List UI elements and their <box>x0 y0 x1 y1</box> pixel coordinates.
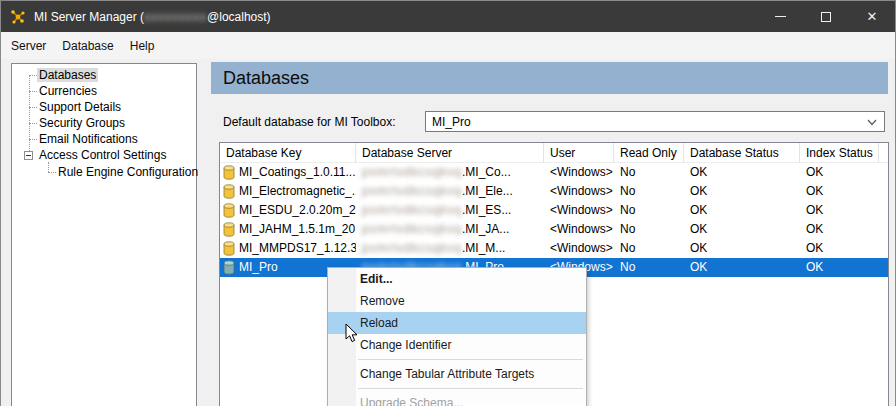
sidebar-item-rule-engine-configuration[interactable]: Rule Engine Configuration <box>56 164 200 180</box>
mouse-cursor <box>345 323 359 344</box>
redacted-username: xxxxxxxxx <box>144 10 207 24</box>
window-title: MI Server Manager (xxxxxxxxx@localhost) <box>34 10 271 24</box>
menu-separator <box>358 359 583 360</box>
default-database-dropdown[interactable]: MI_Pro <box>425 111 885 132</box>
sidebar-item-security-groups[interactable]: Security Groups <box>37 115 127 131</box>
column-header-index-status[interactable]: Index Status <box>800 143 879 162</box>
minimize-button[interactable] <box>757 1 803 32</box>
database-icon <box>223 241 235 256</box>
sidebar-item-access-control-settings[interactable]: Access Control Settings <box>37 147 168 163</box>
navigation-tree: Databases Currencies Support Details Sec… <box>11 63 197 406</box>
tree-connector-line <box>29 75 30 155</box>
maximize-icon <box>821 12 831 22</box>
tree-connector-line-child <box>48 162 49 172</box>
sidebar-item-currencies[interactable]: Currencies <box>37 83 99 99</box>
redacted-server-name: pxmrtvdkcsqkvq <box>362 220 462 239</box>
maximize-button[interactable] <box>803 1 849 32</box>
menu-server[interactable]: Server <box>3 35 54 57</box>
context-menu: Edit... Remove Reload Change Identifier … <box>327 267 587 406</box>
close-button[interactable]: ✕ <box>849 1 895 32</box>
tree-connector-stub <box>29 75 37 76</box>
sidebar-item-support-details[interactable]: Support Details <box>37 99 123 115</box>
sidebar-item-databases[interactable]: Databases <box>37 67 98 83</box>
page-header: Databases <box>211 62 888 94</box>
table-row[interactable]: MI_JAHM_1.5.1m_20... pxmrtvdkcsqkvq.MI_J… <box>220 220 888 239</box>
redacted-server-name: pxmrtvdkcsqkvq <box>362 163 462 182</box>
redacted-server-name: pxmrtvdkcsqkvq <box>362 201 462 220</box>
menu-separator <box>358 388 583 389</box>
table-row[interactable]: MI_MMPDS17_1.12.3... pxmrtvdkcsqkvq.MI_M… <box>220 239 888 258</box>
column-header-database-status[interactable]: Database Status <box>684 143 800 162</box>
collapse-toggle-icon[interactable] <box>24 151 33 160</box>
redacted-server-name: pxmrtvdkcsqkvq <box>362 182 462 201</box>
redacted-server-name: pxmrtvdkcsqkvq <box>362 239 462 258</box>
minimize-icon <box>775 16 786 17</box>
column-header-read-only[interactable]: Read Only <box>614 143 684 162</box>
tree-connector-stub <box>48 172 56 173</box>
table-row[interactable]: MI_Coatings_1.0.11... pxmrtvdkcsqkvq.MI_… <box>220 163 888 182</box>
window-controls: ✕ <box>757 1 895 32</box>
context-menu-change-tabular-attribute-targets[interactable]: Change Tabular Attribute Targets <box>328 363 586 385</box>
context-menu-edit[interactable]: Edit... <box>328 268 586 290</box>
tree-connector-stub <box>29 91 37 92</box>
titlebar: MI Server Manager (xxxxxxxxx@localhost) … <box>1 1 895 32</box>
default-database-label: Default database for MI Toolbox: <box>223 115 396 129</box>
tree-connector-stub <box>29 123 37 124</box>
page-title: Databases <box>223 68 309 89</box>
sidebar-item-email-notifications[interactable]: Email Notifications <box>37 131 140 147</box>
context-menu-reload[interactable]: Reload <box>328 312 586 334</box>
database-icon <box>223 184 235 199</box>
table-header-row: Database Key Database Server User Read O… <box>220 143 888 163</box>
menu-help[interactable]: Help <box>122 35 163 57</box>
context-menu-change-identifier[interactable]: Change Identifier <box>328 334 586 356</box>
column-header-database-key[interactable]: Database Key <box>220 143 356 162</box>
table-row[interactable]: MI_Electromagnetic_... pxmrtvdkcsqkvq.MI… <box>220 182 888 201</box>
menu-database[interactable]: Database <box>54 35 121 57</box>
database-icon <box>223 222 235 237</box>
menubar: Server Database Help <box>1 32 895 59</box>
tree-connector-stub <box>29 107 37 108</box>
context-menu-upgrade-schema: Upgrade Schema... <box>328 392 586 406</box>
context-menu-remove[interactable]: Remove <box>328 290 586 312</box>
table-row[interactable]: MI_ESDU_2.0.20m_2... pxmrtvdkcsqkvq.MI_E… <box>220 201 888 220</box>
chevron-down-icon <box>867 119 877 126</box>
default-database-value: MI_Pro <box>432 115 471 129</box>
app-window: MI Server Manager (xxxxxxxxx@localhost) … <box>0 0 896 406</box>
database-icon <box>223 203 235 218</box>
database-icon <box>223 165 235 180</box>
app-logo-icon <box>10 9 26 25</box>
close-icon: ✕ <box>867 9 878 24</box>
column-header-database-server[interactable]: Database Server <box>356 143 544 162</box>
database-icon-selected <box>223 260 235 275</box>
tree-connector-stub <box>29 139 37 140</box>
column-header-user[interactable]: User <box>544 143 614 162</box>
